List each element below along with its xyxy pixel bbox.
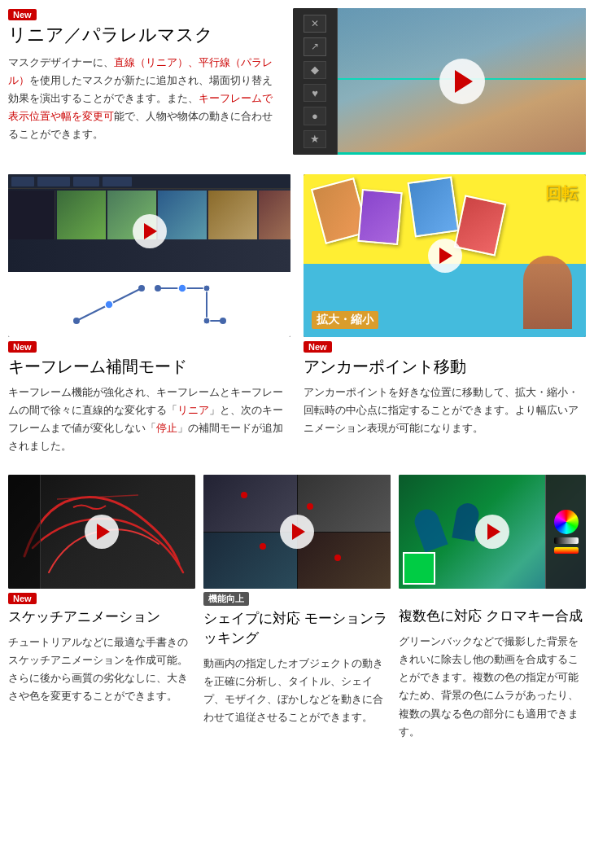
mask-tool-arrow[interactable]: ↗ [304,37,326,55]
svg-point-5 [203,318,210,324]
chroma-description: グリーンバックなどで撮影した背景をきれいに除去し他の動画を合成することができます… [399,633,586,741]
chroma-video-thumb[interactable] [399,475,586,589]
kakudai-label: 拡大・縮小 [312,311,378,329]
anchor-title: アンカーポイント移動 [304,356,586,377]
play-button-chroma[interactable] [475,515,509,549]
play-button-keyframe[interactable] [133,214,167,248]
shape-description: 動画内の指定したオブジェクトの動きを正確に分析し、タイトル、シェイプ、モザイク、… [203,655,391,726]
mask-tool-star[interactable]: ★ [304,130,326,148]
badge-new-keyframe: New [8,341,37,353]
svg-point-7 [105,300,113,309]
shape-video-thumb[interactable] [203,475,391,589]
anchor-badge-wrapper: New [304,340,586,356]
linear-mask-description: マスクデザイナーに、直線（リニア）、平行線（パラレル）を使用したマスクが新たに追… [8,54,280,143]
svg-point-6 [220,318,226,324]
sketch-badge-wrapper: New [8,592,195,607]
badge-new-sketch: New [8,593,37,604]
keyframe-description: キーフレーム機能が強化され、キーフレームとキーフレームの間で徐々に直線的な変化す… [8,384,290,455]
badge-new-1: New [8,9,37,20]
section-linear-mask: New リニア／パラレルマスク マスクデザイナーに、直線（リニア）、平行線（パラ… [8,8,586,155]
mask-tool-x[interactable]: ✕ [304,15,326,33]
svg-point-8 [178,284,186,292]
mask-tool-diamond[interactable]: ◆ [304,61,326,79]
play-button-anchor[interactable] [428,239,462,273]
anchor-description: アンカーポイントを好きな位置に移動して、拡大・縮小・回転時の中心点に指定すること… [304,384,586,437]
mask-tool-heart[interactable]: ♥ [304,84,326,102]
chroma-title: 複数色に対応 クロマキー合成 [399,607,586,626]
svg-point-1 [73,318,80,324]
play-button-shape[interactable] [280,515,314,549]
play-button-linear-mask[interactable] [439,59,485,104]
sketch-title: スケッチアニメーション [8,607,195,627]
section-keyframe-anchor: New キーフレーム補間モード キーフレーム機能が強化され、キーフレームとキーフ… [8,174,586,455]
linear-mask-text-col: New リニア／パラレルマスク マスクデザイナーに、直線（リニア）、平行線（パラ… [8,8,280,155]
linear-mask-video-thumb[interactable]: ✕ ↗ ◆ ♥ ● ★ [293,8,586,155]
sketch-video-thumb[interactable] [8,475,195,589]
play-button-sketch[interactable] [85,515,119,549]
badge-new-anchor: New [304,341,332,353]
shape-title: シェイプに対応 モーションラッキング [203,609,391,648]
kaiten-label: 回転 [545,182,578,204]
keyframe-video-thumb[interactable] [8,174,290,337]
svg-point-4 [203,285,210,292]
section-three-col: New スケッチアニメーション チュートリアルなどに最適な手書きのスケッチアニメ… [8,475,586,740]
svg-point-2 [138,285,145,292]
sketch-col: New スケッチアニメーション チュートリアルなどに最適な手書きのスケッチアニメ… [8,475,195,740]
keyframe-title: キーフレーム補間モード [8,356,290,377]
svg-point-3 [155,285,161,292]
anchor-video-thumb[interactable]: 回転 拡大・縮小 [304,174,586,337]
bezier-curve-svg [68,280,231,329]
page-wrapper: New リニア／パラレルマスク マスクデザイナーに、直線（リニア）、平行線（パラ… [0,0,594,765]
chroma-col: 複数色に対応 クロマキー合成 グリーンバックなどで撮影した背景をきれいに除去し他… [399,475,586,740]
chroma-badge-wrapper [399,592,586,607]
shape-col: 機能向上 シェイプに対応 モーションラッキング 動画内の指定したオブジェクトの動… [203,475,391,740]
badge-feature-shape: 機能向上 [203,592,249,606]
anchor-col: 回転 拡大・縮小 New アンカーポイント移動 アンカーポイントを好きな位置に移… [304,174,586,455]
keyframe-badge-wrapper: New [8,340,290,356]
sketch-description: チュートリアルなどに最適な手書きのスケッチアニメーションを作成可能。さらに後から… [8,633,195,705]
linear-mask-image-col: ✕ ↗ ◆ ♥ ● ★ [293,8,586,155]
shape-badge-wrapper: 機能向上 [203,592,391,609]
keyframe-col: New キーフレーム補間モード キーフレーム機能が強化され、キーフレームとキーフ… [8,174,290,455]
linear-mask-title: リニア／パラレルマスク [8,24,280,47]
mask-tool-circle[interactable]: ● [304,107,326,125]
